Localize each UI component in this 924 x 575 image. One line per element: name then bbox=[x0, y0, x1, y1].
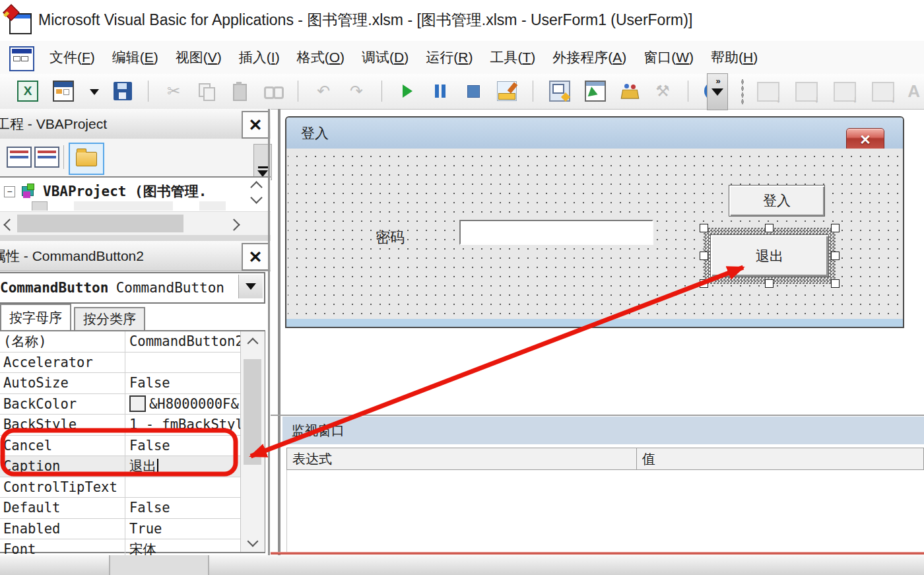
save-icon[interactable] bbox=[114, 82, 132, 100]
stop-icon[interactable] bbox=[464, 82, 482, 100]
pause-icon[interactable] bbox=[431, 82, 449, 100]
property-name[interactable]: BackColor bbox=[0, 394, 125, 415]
collapse-icon[interactable]: − bbox=[4, 186, 15, 197]
menu-item-r[interactable]: 运行(R) bbox=[417, 44, 481, 71]
cut-icon[interactable]: ✂ bbox=[164, 82, 183, 100]
userform-canvas[interactable]: 登入 密码 退出 bbox=[288, 149, 902, 320]
run-icon[interactable] bbox=[398, 82, 416, 100]
tab-alphabetic[interactable]: 按字母序 bbox=[0, 304, 71, 330]
properties-vertical-scrollbar[interactable] bbox=[240, 331, 265, 552]
view-object-icon[interactable] bbox=[34, 147, 59, 168]
tab-categorized[interactable]: 按分类序 bbox=[74, 307, 145, 330]
menu-item-v[interactable]: 视图(V) bbox=[167, 44, 230, 71]
object-selector-dropdown[interactable]: CommandButton2 CommandButton bbox=[0, 272, 265, 304]
exit-button-control[interactable]: 退出 bbox=[710, 234, 829, 277]
watch-table-body[interactable] bbox=[286, 470, 924, 552]
font-tool-icon[interactable]: A bbox=[908, 81, 920, 102]
toolbar-right-cluster: » A bbox=[707, 74, 924, 109]
property-row-default[interactable]: DefaultFalse bbox=[0, 498, 264, 519]
resize-handle[interactable] bbox=[700, 252, 708, 260]
property-row-accelerator[interactable]: Accelerator bbox=[0, 353, 264, 374]
property-row-backstyle[interactable]: BackStyle1 - fmBackStyleOpaque bbox=[0, 415, 264, 436]
property-row-enabled[interactable]: EnabledTrue bbox=[0, 519, 264, 540]
project-explorer-icon[interactable] bbox=[549, 81, 570, 102]
resize-handle[interactable] bbox=[831, 279, 840, 288]
userform-titlebar[interactable]: 登入 bbox=[286, 118, 903, 149]
property-row-autosize[interactable]: AutoSizeFalse bbox=[0, 373, 264, 394]
toolbox-icon[interactable] bbox=[620, 82, 639, 100]
toolbar-drag-handle[interactable] bbox=[741, 79, 744, 105]
design-mode-icon[interactable] bbox=[497, 81, 517, 101]
property-name[interactable]: Accelerator bbox=[0, 353, 125, 373]
resize-handle[interactable] bbox=[765, 224, 774, 232]
property-row-controltiptext[interactable]: ControlTipText bbox=[0, 477, 264, 498]
scroll-down-icon[interactable] bbox=[248, 536, 259, 547]
scroll-left-icon[interactable] bbox=[3, 219, 15, 230]
property-row-backcolor[interactable]: BackColor&H8000000F& bbox=[0, 394, 264, 415]
menu-item-w[interactable]: 窗口(W) bbox=[635, 44, 702, 71]
scrollbar-thumb[interactable] bbox=[244, 359, 261, 465]
dropdown-arrow-icon[interactable] bbox=[88, 82, 99, 100]
project-panel-close-button[interactable]: ✕ bbox=[242, 111, 269, 139]
disabled-form-tool-icon-4 bbox=[872, 82, 894, 102]
property-name[interactable]: Caption bbox=[0, 456, 125, 477]
tree-item-vbaproject[interactable]: − VBAProject (图书管理. bbox=[0, 182, 207, 201]
property-name[interactable]: (名称) bbox=[0, 331, 125, 352]
panel-separator bbox=[268, 109, 270, 555]
properties-panel-close-button[interactable]: ✕ bbox=[242, 243, 269, 271]
property-name[interactable]: AutoSize bbox=[0, 373, 125, 393]
menu-item-f[interactable]: 文件(F) bbox=[41, 44, 104, 71]
resize-handle[interactable] bbox=[831, 224, 840, 232]
userform-close-button[interactable]: ✕ bbox=[846, 128, 884, 151]
property-value-text: False bbox=[129, 438, 170, 454]
column-value[interactable]: 值 bbox=[637, 448, 923, 469]
scrollbar-thumb[interactable] bbox=[17, 215, 183, 232]
properties-window-icon[interactable] bbox=[585, 81, 606, 102]
menu-item-a[interactable]: 外接程序(A) bbox=[544, 44, 635, 71]
userform-window-icon[interactable] bbox=[9, 46, 34, 71]
undo-icon[interactable]: ↶ bbox=[314, 82, 333, 100]
property-name[interactable]: Cancel bbox=[0, 436, 125, 456]
property-row-[interactable]: (名称)CommandButton2 bbox=[0, 331, 264, 353]
menu-item-i[interactable]: 插入(I) bbox=[230, 44, 288, 71]
column-expression[interactable]: 表达式 bbox=[287, 448, 637, 469]
password-textbox-control[interactable] bbox=[459, 220, 653, 245]
tree-item-partial[interactable] bbox=[20, 201, 226, 211]
tools-icon[interactable]: ⚒ bbox=[653, 82, 672, 100]
menu-item-e[interactable]: 编辑(E) bbox=[104, 44, 167, 71]
scroll-up-icon[interactable] bbox=[248, 338, 259, 349]
property-name[interactable]: ControlTipText bbox=[0, 477, 125, 498]
toggle-folders-button[interactable] bbox=[69, 143, 104, 175]
find-icon[interactable] bbox=[263, 82, 282, 100]
redo-icon[interactable]: ↷ bbox=[347, 82, 366, 100]
property-name[interactable]: Enabled bbox=[0, 519, 125, 539]
text-cursor bbox=[157, 459, 158, 474]
view-code-icon[interactable] bbox=[7, 147, 32, 168]
toolbar-overflow-button[interactable]: » bbox=[707, 73, 728, 110]
menu-item-h[interactable]: 帮助(H) bbox=[702, 44, 766, 71]
toolbar-separator bbox=[533, 81, 533, 102]
copy-icon[interactable] bbox=[197, 82, 216, 100]
password-label-control[interactable]: 密码 bbox=[376, 228, 405, 248]
exit-button-selection-frame[interactable]: 退出 bbox=[704, 228, 836, 284]
property-row-caption[interactable]: Caption退出 bbox=[0, 456, 264, 477]
resize-handle[interactable] bbox=[831, 252, 840, 260]
scroll-right-icon[interactable] bbox=[228, 219, 240, 230]
menu-item-o[interactable]: 格式(O) bbox=[288, 44, 353, 71]
excel-icon[interactable] bbox=[17, 81, 38, 102]
insert-userform-icon[interactable] bbox=[53, 81, 74, 102]
login-button-control[interactable]: 登入 bbox=[729, 185, 825, 217]
property-name[interactable]: BackStyle bbox=[0, 415, 125, 435]
exit-button-label: 退出 bbox=[756, 247, 783, 265]
resize-handle[interactable] bbox=[700, 224, 708, 232]
dropdown-arrow-icon[interactable] bbox=[238, 275, 263, 298]
color-swatch bbox=[129, 395, 146, 412]
menu-item-t[interactable]: 工具(T) bbox=[481, 44, 544, 71]
paste-icon[interactable] bbox=[230, 82, 249, 100]
property-name[interactable]: Default bbox=[0, 498, 125, 518]
resize-handle[interactable] bbox=[765, 279, 774, 288]
property-row-cancel[interactable]: CancelFalse bbox=[0, 436, 264, 457]
menu-item-d[interactable]: 调试(D) bbox=[353, 44, 417, 71]
project-horizontal-scrollbar[interactable] bbox=[0, 211, 271, 236]
resize-handle[interactable] bbox=[700, 279, 708, 288]
